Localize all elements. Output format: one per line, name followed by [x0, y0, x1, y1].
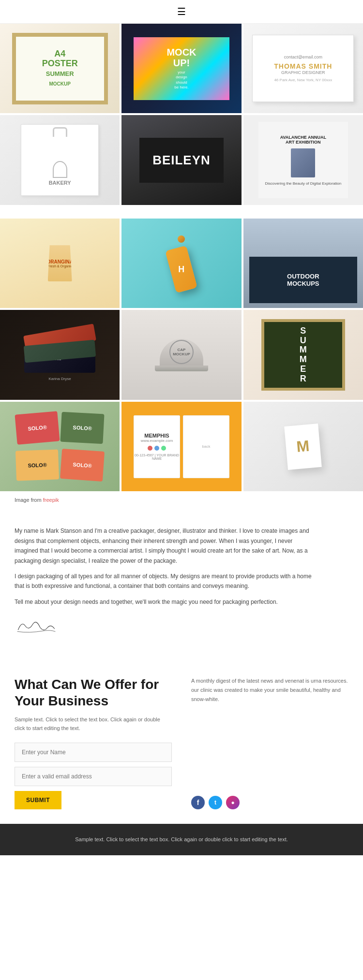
gallery-cell-cup[interactable]: ORANGINA Fresh & Organic [0, 219, 120, 308]
header: ☰ [0, 0, 363, 24]
facebook-icon[interactable]: f [191, 796, 205, 809]
gallery-cell-cap[interactable]: CAPMOCKUP [121, 310, 241, 399]
offer-left: What Can We Offer for Your Business Samp… [15, 676, 172, 809]
social-icons: f t ● [191, 796, 348, 809]
offer-layout: What Can We Offer for Your Business Samp… [15, 676, 348, 809]
signature [15, 616, 315, 638]
offer-title: What Can We Offer for Your Business [15, 676, 172, 709]
gallery-cell-exhibit[interactable]: AVALANCHE ANNUALART EXHIBITION Discoveri… [243, 115, 363, 205]
gallery-cell-wonderbum[interactable]: WONDERBUM Karina Dryse [0, 310, 120, 399]
gallery-cell-phone[interactable]: H [121, 219, 241, 308]
offer-subtitle: Sample text. Click to select the text bo… [15, 716, 172, 732]
about-paragraph-1: My name is Mark Stanson and I'm a creati… [15, 526, 315, 566]
about-section: My name is Mark Stanson and I'm a creati… [0, 507, 329, 657]
freepik-link[interactable]: freepik [43, 497, 59, 503]
gallery-cell-store-sign[interactable]: Beileyn [121, 115, 241, 205]
gallery-cell-solo[interactable]: SOLO® SOLO® SOLO® SOLO® [0, 402, 120, 491]
about-paragraph-2: I design packaging of all types and for … [15, 571, 315, 591]
gallery-cell-poster[interactable]: A4POSTERSUMMERMOCKUP [0, 24, 120, 113]
freepik-credit: Image from freepik [0, 493, 363, 507]
gallery-cell-business-card[interactable]: contact@email.com THOMAS SMITH GRAPHIC D… [243, 24, 363, 113]
footer: Sample text. Click to select the text bo… [0, 824, 363, 856]
menu-icon[interactable]: ☰ [177, 6, 186, 17]
gallery-cell-letter-m[interactable]: M [243, 402, 363, 491]
about-paragraph-3: Tell me about your design needs and toge… [15, 597, 315, 607]
gallery-row-5: SOLO® SOLO® SOLO® SOLO® MEMPHIS www.exam… [0, 402, 363, 491]
footer-text: Sample text. Click to select the text bo… [19, 835, 344, 844]
gallery-row-3: ORANGINA Fresh & Organic H [0, 219, 363, 308]
gallery-cell-bag[interactable]: BAKERY [0, 115, 120, 205]
instagram-icon[interactable]: ● [226, 796, 240, 809]
gallery: A4POSTERSUMMERMOCKUP MOCKUP! yourdesigns… [0, 24, 363, 491]
gallery-cell-summer-poster[interactable]: SUMMER [243, 310, 363, 399]
name-input[interactable] [15, 743, 172, 762]
gallery-row-2: BAKERY Beileyn AVALANCHE ANNUALART EXHIB… [0, 115, 363, 205]
offer-section: What Can We Offer for Your Business Samp… [0, 657, 363, 823]
offer-right: A monthly digest of the latest news and … [191, 676, 348, 809]
twitter-icon[interactable]: t [209, 796, 222, 809]
offer-right-text: A monthly digest of the latest news and … [191, 676, 348, 703]
email-input[interactable] [15, 767, 172, 786]
gallery-row-4: WONDERBUM Karina Dryse CAPMOCKUP [0, 310, 363, 399]
gallery-row-1: A4POSTERSUMMERMOCKUP MOCKUP! yourdesigns… [0, 24, 363, 113]
gallery-cell-billboard[interactable]: MOCKUP! yourdesignshouldbe here. [121, 24, 241, 113]
submit-button[interactable]: SUBMIT [15, 791, 61, 809]
gallery-cell-outdoor-billboard[interactable]: OUTDOORMOCKUPS [243, 219, 363, 308]
gallery-cell-memphis[interactable]: MEMPHIS www.example.com 00-123-4567 | YO… [121, 402, 241, 491]
